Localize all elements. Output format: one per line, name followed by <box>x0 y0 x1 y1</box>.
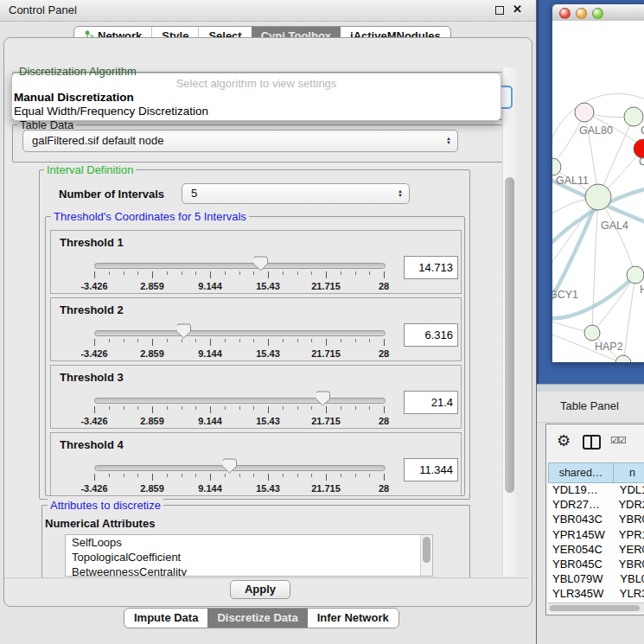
slider-track[interactable] <box>94 398 386 404</box>
control-panel-titlebar: Control Panel ✕ <box>0 0 536 22</box>
node-table: ⚙ ☑☑ shared…n YDL19…YDL1YDR27…YDR2YBR043… <box>545 424 644 615</box>
algorithm-option-manual[interactable]: Manual Discretization <box>14 91 134 104</box>
table-row[interactable]: YBL079WYBL0 <box>548 572 644 587</box>
num-intervals-label: Number of Intervals <box>59 188 164 201</box>
table-row[interactable]: YPR145WYPR1 <box>548 528 644 543</box>
slider-thumb[interactable] <box>316 391 330 406</box>
slider-track[interactable] <box>94 263 386 269</box>
attributes-group-label: Attributes to discretize <box>48 499 163 512</box>
table-panel-title: Table Panel <box>560 399 619 412</box>
attribute-list-item[interactable]: SelfLoops <box>66 535 432 550</box>
threshold-value-field[interactable]: 14.713 <box>404 256 458 279</box>
numerical-attributes-label: Numerical Attributes <box>45 517 155 530</box>
bottom-tab-bar: Impute DataDiscretize DataInfer Network <box>124 608 399 628</box>
svg-text:C: C <box>639 156 644 168</box>
table-panel-titlebar: Table Panel <box>537 392 644 423</box>
zoom-traffic-light[interactable] <box>592 8 603 19</box>
close-icon[interactable]: ✕ <box>513 3 522 16</box>
scrollbar-thumb[interactable] <box>550 605 640 611</box>
threshold-label: Threshold 2 <box>60 303 124 316</box>
slider-thumb[interactable] <box>177 323 191 339</box>
tab-impute-data[interactable]: Impute Data <box>124 609 207 628</box>
panel-scrollbar[interactable] <box>502 67 516 577</box>
application: Control Panel ✕ NetworkStyleSelectCyni T… <box>0 0 644 644</box>
threshold-label: Threshold 3 <box>60 371 124 384</box>
combo-stepper-icon: ▲▼ <box>398 189 403 198</box>
table-row[interactable]: YDL19…YDL1 <box>548 483 644 498</box>
threshold-value-field[interactable]: 11.344 <box>404 458 458 481</box>
table-row[interactable]: YBR045CYBR0 <box>548 558 644 572</box>
network-view-frame: GAL80GCGAL11GAL4GCY1HHAP2 <box>537 0 644 384</box>
checkbox-icons[interactable]: ☑☑ <box>610 435 626 446</box>
table-rows: YDL19…YDL1YDR27…YDR2YBR043CYBR0YPR145WYP… <box>548 483 644 603</box>
table-header: shared…n <box>548 462 644 483</box>
combo-stepper-icon: ▲▼ <box>446 137 451 145</box>
svg-text:GAL4: GAL4 <box>601 220 628 232</box>
numerical-attributes-list[interactable]: SelfLoopsTopologicalCoefficientBetweenne… <box>65 534 433 577</box>
float-window-icon[interactable] <box>495 6 504 15</box>
interval-definition-label: Interval Definition <box>44 163 136 176</box>
table-toolbar: ⚙ ☑☑ <box>546 424 644 462</box>
svg-text:H: H <box>640 284 644 296</box>
algorithm-placeholder-option[interactable]: Select algorithm to view settings <box>12 77 501 90</box>
attribute-list-item[interactable]: BetweennessCentrality <box>66 564 432 577</box>
scrollbar-thumb[interactable] <box>505 177 514 493</box>
num-intervals-combobox[interactable]: 5 ▲▼ <box>182 183 410 204</box>
slider-thumb[interactable] <box>223 458 237 474</box>
threshold-value-field[interactable]: 21.4 <box>404 391 458 414</box>
tab-infer-network[interactable]: Infer Network <box>308 609 399 628</box>
algorithm-group-label: Discretization Algorithm <box>19 65 137 78</box>
table-row[interactable]: YER054CYER0 <box>548 543 644 558</box>
network-window-titlebar <box>552 4 644 22</box>
list-scrollbar[interactable] <box>420 535 432 576</box>
threshold-row: Threshold 4-3.4262.8599.14415.4321.71528… <box>50 432 462 496</box>
apply-button[interactable]: Apply <box>230 580 290 599</box>
right-panel: GAL80GCGAL11GAL4GCY1HHAP2 Table Panel ⚙ … <box>536 0 644 644</box>
gear-icon[interactable]: ⚙ <box>557 431 571 450</box>
thresholds-group-label: Threshold's Coordinates for 5 Intervals <box>51 210 249 223</box>
threshold-label: Threshold 1 <box>60 236 124 249</box>
slider-ticks: -3.4262.8599.14415.4321.71528 <box>94 406 384 429</box>
column-header[interactable]: n <box>614 462 644 483</box>
table-row[interactable]: YLR345WYLR3 <box>548 587 644 602</box>
algorithm-dropdown-popup: Select algorithm to view settings Manual… <box>11 73 501 121</box>
control-panel: Control Panel ✕ NetworkStyleSelectCyni T… <box>0 0 536 644</box>
table-row[interactable]: YDR27…YDR2 <box>548 498 644 513</box>
slider-track[interactable] <box>94 330 386 336</box>
table-data-combobox[interactable]: galFiltered.sif default node ▲▼ <box>22 130 458 152</box>
panel-title: Control Panel <box>9 3 77 16</box>
slider-thumb[interactable] <box>254 256 268 271</box>
svg-text:G: G <box>641 124 644 137</box>
network-window: GAL80GCGAL11GAL4GCY1HHAP2 <box>552 4 644 362</box>
svg-text:GAL11: GAL11 <box>556 175 589 187</box>
slider-ticks: -3.4262.8599.14415.4321.71528 <box>94 474 384 496</box>
threshold-row: Threshold 1-3.4262.8599.14415.4321.71528… <box>50 230 462 294</box>
table-row[interactable]: YBR043CYBR0 <box>548 513 644 527</box>
attribute-list-item[interactable]: TopologicalCoefficient <box>66 550 432 564</box>
threshold-row: Threshold 3-3.4262.8599.14415.4321.71528… <box>50 365 462 429</box>
slider-ticks: -3.4262.8599.14415.4321.71528 <box>94 339 384 361</box>
algorithm-option-equal-width[interactable]: Equal Width/Frequency Discretization <box>14 105 208 118</box>
threshold-row: Threshold 2-3.4262.8599.14415.4321.71528… <box>50 297 462 361</box>
tab-discretize-data[interactable]: Discretize Data <box>207 609 307 628</box>
svg-text:GCY1: GCY1 <box>552 289 578 301</box>
table-horizontal-scrollbar[interactable] <box>548 603 644 612</box>
threshold-value-field[interactable]: 6.316 <box>404 323 458 347</box>
minimize-traffic-light[interactable] <box>576 8 587 19</box>
slider-track[interactable] <box>94 465 386 471</box>
split-view-icon[interactable] <box>583 435 601 450</box>
svg-text:HAP2: HAP2 <box>595 341 623 353</box>
slider-ticks: -3.4262.8599.14415.4321.71528 <box>94 271 384 294</box>
threshold-label: Threshold 4 <box>60 438 124 451</box>
network-canvas[interactable]: GAL80GCGAL11GAL4GCY1HHAP2 <box>552 21 644 362</box>
close-traffic-light[interactable] <box>559 8 571 19</box>
column-header[interactable]: shared… <box>548 462 614 483</box>
svg-text:GAL80: GAL80 <box>579 124 613 137</box>
